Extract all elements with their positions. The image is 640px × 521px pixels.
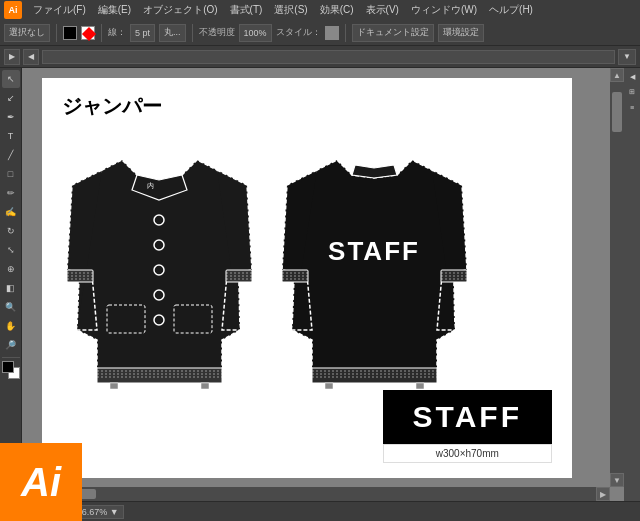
jacket-back-svg: STAFF (277, 130, 472, 400)
menu-object[interactable]: オブジェクト(O) (138, 3, 222, 17)
paintbrush-tool[interactable]: ✏ (2, 184, 20, 202)
menu-format[interactable]: 書式(T) (225, 3, 268, 17)
ai-logo-small: Ai (4, 1, 22, 19)
scroll-right-btn[interactable]: ▶ (596, 487, 610, 501)
artboard: ジャンパー (42, 78, 572, 478)
artboard-title: ジャンパー (62, 93, 552, 120)
svg-text:内: 内 (147, 182, 154, 189)
scroll-thumb-v[interactable] (612, 92, 622, 132)
ai-logo-large-text: Ai (21, 460, 61, 505)
zoom-tool[interactable]: 🔎 (2, 336, 20, 354)
staff-size-label: w300×h70mm (383, 444, 552, 463)
scale-tool[interactable]: ⤡ (2, 241, 20, 259)
selection-tool[interactable]: ↖ (2, 70, 20, 88)
direct-selection-tool[interactable]: ↙ (2, 89, 20, 107)
menu-file[interactable]: ファイル(F) (28, 3, 91, 17)
doc-settings-btn[interactable]: ドキュメント設定 (352, 24, 434, 42)
main-area: ↖ ↙ ✒ T ╱ □ ✏ ✍ ↻ ⤡ ⊕ ◧ 🔍 ✋ 🔎 ジャンパー (0, 68, 640, 501)
right-panel-btn3[interactable]: ≡ (625, 100, 639, 114)
menu-help[interactable]: ヘルプ(H) (484, 3, 538, 17)
svg-rect-21 (201, 383, 209, 389)
svg-point-14 (154, 265, 164, 275)
stroke-shape[interactable]: 丸... (159, 24, 186, 42)
left-toolbox: ↖ ↙ ✒ T ╱ □ ✏ ✍ ↻ ⤡ ⊕ ◧ 🔍 ✋ 🔎 (0, 68, 22, 501)
svg-point-13 (154, 240, 164, 250)
type-tool[interactable]: T (2, 127, 20, 145)
bottom-bar: 手のひら ▼ | 66.67% ▼ (0, 501, 640, 521)
toolbar2-btn3[interactable]: ▼ (618, 49, 636, 65)
toolbar-sep-1 (56, 24, 57, 42)
svg-rect-36 (416, 383, 424, 389)
opacity-value[interactable]: 100% (239, 24, 272, 42)
toolbar2-btn2[interactable]: ◀ (23, 49, 39, 65)
style-swatch[interactable] (325, 26, 339, 40)
pencil-tool[interactable]: ✍ (2, 203, 20, 221)
right-panel-btn1[interactable]: ◀ (625, 70, 639, 84)
menu-edit[interactable]: 編集(E) (93, 3, 136, 17)
scroll-track-v (612, 82, 622, 473)
select-tool[interactable]: 選択なし (4, 24, 50, 42)
opacity-label: 不透明度 (199, 26, 235, 39)
horizontal-scrollbar[interactable]: ◀ ▶ (22, 487, 610, 501)
toolbar-sep-4 (345, 24, 346, 42)
gradient-tool[interactable]: ◧ (2, 279, 20, 297)
stroke-width[interactable]: 5 pt (130, 24, 155, 42)
staff-badge-container: STAFF w300×h70mm (383, 390, 552, 463)
secondary-toolbar: ▶ ◀ ▼ (0, 46, 640, 68)
staff-badge: STAFF (383, 390, 552, 444)
svg-text:STAFF: STAFF (328, 236, 420, 266)
svg-rect-20 (110, 383, 118, 389)
scroll-down-btn[interactable]: ▼ (610, 473, 624, 487)
blend-tool[interactable]: ⊕ (2, 260, 20, 278)
hand-tool[interactable]: ✋ (2, 317, 20, 335)
main-toolbar: 選択なし 線： 5 pt 丸... 不透明度 100% スタイル： ドキュメント… (0, 20, 640, 46)
jacket-front: 内 (62, 130, 257, 400)
svg-point-16 (154, 315, 164, 325)
menu-select[interactable]: 選択(S) (269, 3, 312, 17)
jacket-back: STAFF (277, 130, 472, 400)
rectangle-tool[interactable]: □ (2, 165, 20, 183)
svg-rect-17 (107, 305, 145, 333)
svg-point-15 (154, 290, 164, 300)
preferences-btn[interactable]: 環境設定 (438, 24, 484, 42)
jacket-container: 内 (62, 130, 552, 400)
svg-rect-8 (97, 368, 222, 383)
toolbox-sep (2, 357, 20, 358)
svg-rect-35 (325, 383, 333, 389)
toolbar-sep-2 (101, 24, 102, 42)
fill-box[interactable] (2, 361, 14, 373)
jacket-front-svg: 内 (62, 130, 257, 400)
artboard-content: ジャンパー (42, 78, 572, 478)
menu-window[interactable]: ウィンドウ(W) (406, 3, 482, 17)
line-tool[interactable]: ╱ (2, 146, 20, 164)
staff-badge-text: STAFF (413, 400, 522, 433)
eyedropper-tool[interactable]: 🔍 (2, 298, 20, 316)
fill-swatch[interactable] (63, 26, 77, 40)
vertical-scrollbar[interactable]: ▲ ▼ (610, 68, 624, 487)
toolbar2-btn1[interactable]: ▶ (4, 49, 20, 65)
stroke-label: 線： (108, 26, 126, 39)
menu-effect[interactable]: 効果(C) (315, 3, 359, 17)
menu-view[interactable]: 表示(V) (361, 3, 404, 17)
color-controls (2, 361, 20, 379)
svg-point-12 (154, 215, 164, 225)
menu-bar: Ai ファイル(F) 編集(E) オブジェクト(O) 書式(T) 選択(S) 効… (0, 0, 640, 20)
scroll-up-btn[interactable]: ▲ (610, 68, 624, 82)
right-panel-btn2[interactable]: ⊞ (625, 85, 639, 99)
right-panel: ◀ ⊞ ≡ (624, 68, 640, 501)
artboard-name-field[interactable] (42, 50, 615, 64)
toolbar-sep-3 (192, 24, 193, 42)
rotate-tool[interactable]: ↻ (2, 222, 20, 240)
stroke-swatch[interactable] (81, 26, 95, 40)
style-label: スタイル： (276, 26, 321, 39)
svg-rect-30 (312, 368, 437, 383)
canvas-area[interactable]: ジャンパー (22, 68, 624, 501)
ai-logo-large: Ai (0, 443, 82, 521)
svg-rect-18 (174, 305, 212, 333)
pen-tool[interactable]: ✒ (2, 108, 20, 126)
